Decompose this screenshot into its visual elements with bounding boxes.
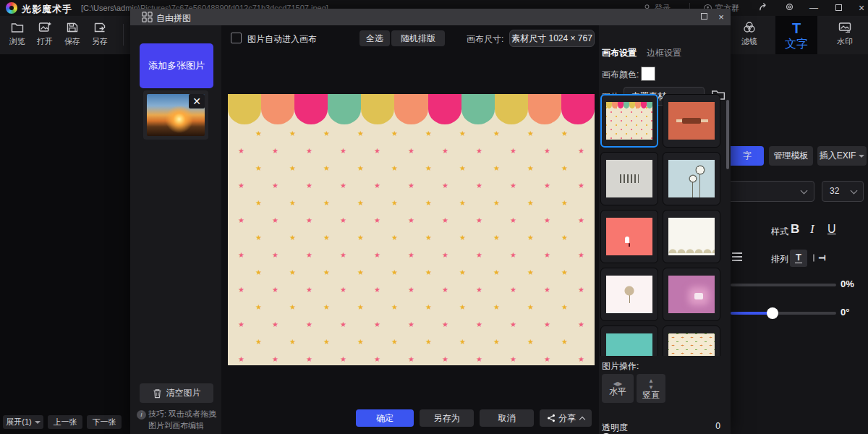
share-app-button[interactable] xyxy=(758,1,771,14)
free-collage-dialog: 自由拼图 × 添加多张图片 ✕ 清空图片 i技巧: 双击或者拖拽 图片到画布编辑… xyxy=(130,9,731,434)
template-scrollbar[interactable] xyxy=(726,100,729,169)
prev-image-button[interactable]: 上一张 xyxy=(48,415,82,429)
clear-images-button[interactable]: 清空图片 xyxy=(140,383,213,403)
align-icon[interactable] xyxy=(732,252,742,261)
star-decoration: ★ xyxy=(374,356,380,363)
text-vertical-button[interactable]: T xyxy=(813,250,830,267)
star-decoration: ★ xyxy=(306,356,312,363)
filter-tool-button[interactable]: 滤镜 xyxy=(735,20,764,47)
template-thumb-tree[interactable] xyxy=(600,268,658,321)
select-all-button[interactable]: 全选 xyxy=(359,30,390,46)
tab-border-settings[interactable]: 边框设置 xyxy=(647,47,681,59)
star-decoration: ★ xyxy=(306,217,312,224)
star-decoration: ★ xyxy=(493,269,500,276)
dialog-maximize-button[interactable] xyxy=(697,11,710,23)
confirm-button[interactable]: 确定 xyxy=(356,409,414,427)
save-button[interactable]: 保存 xyxy=(58,20,87,47)
opacity-slider[interactable] xyxy=(731,284,836,286)
template-thumb-basket[interactable] xyxy=(663,268,720,321)
star-decoration: ★ xyxy=(272,321,278,328)
star-decoration: ★ xyxy=(289,339,296,346)
template-thumb-carrots[interactable] xyxy=(663,326,720,356)
cancel-button[interactable]: 取消 xyxy=(480,409,534,427)
remove-image-button[interactable]: ✕ xyxy=(189,94,205,109)
random-layout-button[interactable]: 随机排版 xyxy=(391,30,445,46)
star-decoration: ★ xyxy=(459,200,466,207)
star-decoration: ★ xyxy=(561,165,568,172)
star-decoration: ★ xyxy=(510,182,516,190)
star-decoration: ★ xyxy=(374,252,380,259)
dialog-header[interactable]: 自由拼图 × xyxy=(130,9,731,25)
settings-gear-button[interactable] xyxy=(784,1,797,14)
canvas-color-label: 画布颜色: xyxy=(602,69,639,81)
minimize-button[interactable]: — xyxy=(807,1,820,14)
star-decoration: ★ xyxy=(510,252,516,259)
template-thumb-coral[interactable] xyxy=(600,210,658,263)
close-button[interactable]: × xyxy=(855,1,868,14)
star-decoration: ★ xyxy=(289,165,296,172)
template-thumb-sketch[interactable] xyxy=(600,152,658,205)
manage-template-button[interactable]: 管理模板 xyxy=(769,146,813,166)
star-decoration: ★ xyxy=(527,304,534,311)
auto-enter-checkbox[interactable] xyxy=(231,33,242,43)
add-text-button[interactable]: 字 xyxy=(731,146,764,166)
share-button[interactable]: 分享 xyxy=(540,409,592,427)
template-thumb-bushes[interactable] xyxy=(663,210,720,263)
bushes-preview xyxy=(668,218,715,255)
star-decoration: ★ xyxy=(425,269,432,276)
collage-canvas[interactable]: ★★★★★★★★★★★★★★★★★★★★★★★★★★★★★★★★★★★★★★★★… xyxy=(228,94,595,365)
star-decoration: ★ xyxy=(255,130,262,137)
font-size-dropdown[interactable]: 32 xyxy=(822,181,864,202)
opacity-value: 0 xyxy=(715,421,720,431)
open-button[interactable]: 打开 xyxy=(30,20,59,47)
angle-slider-thumb[interactable] xyxy=(767,307,778,319)
star-decoration: ★ xyxy=(408,321,414,328)
font-family-dropdown[interactable] xyxy=(726,181,814,202)
app-logo-icon xyxy=(6,2,17,14)
text-tool-button[interactable]: T 文字 xyxy=(775,16,817,54)
underline-button[interactable]: U xyxy=(827,223,836,236)
insert-exif-button[interactable]: 插入EXIF xyxy=(817,146,867,166)
save-as-button[interactable]: 另存 xyxy=(85,20,114,47)
star-decoration: ★ xyxy=(391,269,398,276)
text-horizontal-button[interactable]: T xyxy=(790,250,807,267)
arrange-label: 排列 xyxy=(771,253,788,265)
next-image-button[interactable]: 下一张 xyxy=(87,415,122,429)
star-decoration: ★ xyxy=(510,148,516,155)
star-decoration: ★ xyxy=(408,148,414,155)
flip-vertical-button[interactable]: ▲▼ 竖直 xyxy=(637,374,665,403)
star-decoration: ★ xyxy=(510,356,516,363)
star-decoration: ★ xyxy=(561,339,568,346)
star-decoration: ★ xyxy=(476,217,482,224)
source-image-thumb[interactable]: ✕ xyxy=(143,90,208,140)
style-label: 样式 xyxy=(771,226,788,238)
watermark-tool-button[interactable]: 水印 xyxy=(830,20,859,47)
star-decoration: ★ xyxy=(544,286,550,294)
chevron-down-icon xyxy=(801,187,808,195)
italic-button[interactable]: I xyxy=(810,222,814,237)
template-thumb-dandelion[interactable] xyxy=(663,152,720,205)
collage-icon xyxy=(142,12,153,22)
dialog-save-as-button[interactable]: 另存为 xyxy=(420,409,474,427)
flip-horizontal-button[interactable]: ◀▶ 水平 xyxy=(602,374,634,403)
bold-button[interactable]: B xyxy=(791,222,799,237)
template-thumb-stars[interactable] xyxy=(600,94,658,148)
expand-dropdown[interactable]: 展开(1) xyxy=(3,415,43,429)
add-images-button[interactable]: 添加多张图片 xyxy=(140,43,213,88)
star-decoration: ★ xyxy=(255,269,262,276)
canvas-size-dropdown[interactable]: 素材尺寸 1024 × 767 xyxy=(509,30,595,47)
angle-value: 0° xyxy=(841,307,849,318)
maximize-button[interactable] xyxy=(832,1,845,14)
star-decoration: ★ xyxy=(578,286,584,294)
canvas-color-swatch[interactable] xyxy=(641,67,655,81)
dialog-close-button[interactable]: × xyxy=(715,11,728,23)
star-decoration: ★ xyxy=(272,252,278,259)
star-decoration: ★ xyxy=(238,148,244,155)
star-decoration: ★ xyxy=(323,130,330,137)
star-decoration: ★ xyxy=(306,182,312,190)
template-thumb-terracotta[interactable] xyxy=(663,94,720,148)
template-thumb-teal[interactable] xyxy=(600,326,658,356)
tab-canvas-settings[interactable]: 画布设置 xyxy=(602,47,637,59)
folder-icon xyxy=(10,20,25,35)
browse-button[interactable]: 浏览 xyxy=(3,20,32,47)
